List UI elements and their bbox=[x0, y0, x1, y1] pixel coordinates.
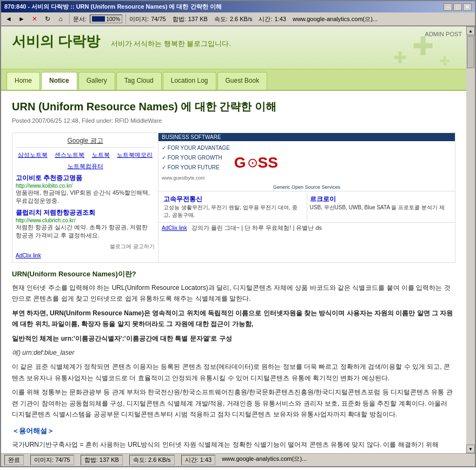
adclix2-link[interactable]: AdClix link bbox=[162, 225, 187, 231]
scroll-thumb[interactable] bbox=[467, 36, 474, 68]
biz-line3: ✓ FOR YOUR FUTURE bbox=[162, 163, 230, 173]
title-bar: 870:840 - 서비의 다락방 :: URN (Uniform Resour… bbox=[1, 1, 475, 12]
nav-item-notice[interactable]: Notice bbox=[41, 72, 77, 90]
section1-p1: 현재 인터넷 주소를 입력해야 하는 URL(Uniform Resource … bbox=[12, 282, 455, 304]
biz-sw-header: BUSINESS SOFTWARE bbox=[158, 133, 455, 141]
window-controls: ─ □ ✕ bbox=[444, 3, 472, 11]
ad-links-row: 삼성노트북 센스노트북 노트북 노트북메모리 노트북컴퓨터 bbox=[16, 151, 155, 170]
progress-text: 100% bbox=[106, 16, 120, 22]
section1-title: URN(Uniform Resource Names)이란? bbox=[12, 268, 455, 280]
merge-label: 합법: bbox=[173, 15, 186, 23]
deco-cross2: ✚ bbox=[393, 48, 407, 67]
status-speed: 속도: 2.6 KB/s bbox=[129, 455, 175, 465]
close-button[interactable]: ✕ bbox=[463, 3, 472, 11]
section1-p2: 부연 하자면, URN(Uniform Resource Name)은 영속적이… bbox=[12, 308, 455, 330]
right-ad2-desc: USB, 무선USB, UWB, Blue SATA 을 프로토콜 분석기 제 bbox=[310, 204, 451, 211]
deco-cross3: ✚ bbox=[439, 54, 450, 69]
gad-item-2: 클럽리치 저렴한항공권조회 http://www.clubrich.co.kr/… bbox=[16, 208, 155, 240]
biz-line1: ✓ FOR YOUR ADVANTAGE bbox=[162, 143, 230, 153]
biz-checks: ✓ FOR YOUR ADVANTAGE ✓ FOR YOUR GROWTH ✓… bbox=[162, 143, 230, 182]
post-title: URN (Uniform Resource Names) 에 대한 간략한 이해 bbox=[12, 100, 455, 114]
gad1-desc: 명품판매, 현금매입, VIP회원 순간식 45%할인해택, 무료감정운영중. bbox=[16, 189, 155, 205]
navigation-bar: Home Notice Gallery Tag Cloud Location L… bbox=[1, 70, 466, 91]
stop-button[interactable]: ✕ bbox=[29, 14, 40, 24]
vertical-scrollbar[interactable]: ▲ ▼ bbox=[466, 27, 475, 453]
scroll-down-button[interactable]: ▼ bbox=[466, 445, 475, 453]
ad-link-samsung[interactable]: 삼성노트북 bbox=[18, 151, 48, 159]
time-value: 1:43 bbox=[275, 16, 286, 22]
speed-value: 2.6 KB/s bbox=[230, 16, 253, 22]
nav-item-tagcloud[interactable]: Tag Cloud bbox=[116, 72, 162, 90]
ad-block-1: Google 광고 삼성노트북 센스노트북 노트북 노트북메모리 노트북컴퓨터 … bbox=[12, 133, 455, 263]
nav-item-home[interactable]: Home bbox=[6, 72, 40, 90]
gad1-title[interactable]: 고이비토 추천증고명품 bbox=[16, 174, 155, 183]
status-time-val: 1:43 bbox=[200, 456, 211, 463]
image-label: 이미지: bbox=[129, 15, 149, 23]
scroll-track[interactable] bbox=[466, 35, 475, 445]
section2-p1: 국가URN기반구축사업 = 흔히 사용하는 URL방식의 인터넷 자원 식별체계… bbox=[12, 439, 455, 453]
right-ad1-desc: 고성능 생활무전기, 무전기 렌탈, 업무용 무전기 대여, 중고, 공동구매. bbox=[163, 204, 304, 219]
right-ad2: 르크로이 USB, 무선USB, UWB, Blue SATA 을 프로토콜 분… bbox=[308, 193, 452, 221]
adclix-link: AdClix link bbox=[16, 251, 155, 259]
home-button[interactable]: ⌂ bbox=[55, 14, 66, 24]
right-ad2-title[interactable]: 르크로이 bbox=[310, 195, 451, 204]
right-ad1: 고속무전통신 고성능 생활무전기, 무전기 렌탈, 업무용 무전기 대여, 중고… bbox=[162, 193, 306, 221]
adclix-text[interactable]: AdClix link bbox=[16, 253, 41, 259]
section1-p3: 일반적인 체계는 urn:'이름공간식별자':'이름공간에 대한 특별 문자열'… bbox=[12, 333, 455, 344]
goss-logo-area: G ⊙ SS bbox=[234, 143, 278, 182]
google-ad-block: Google 광고 삼성노트북 센스노트북 노트북 노트북메모리 노트북컴퓨터 … bbox=[12, 133, 158, 262]
status-merge-label: 합법: bbox=[84, 456, 98, 463]
status-image-label: 이미지: bbox=[34, 456, 54, 463]
goss-url[interactable]: www.guestbyte.com bbox=[162, 174, 230, 182]
gad2-url: http://www.clubrich.co.kr/ bbox=[16, 217, 155, 223]
goss-logo: G bbox=[234, 154, 247, 171]
nav-item-gallery[interactable]: Gallery bbox=[78, 72, 115, 90]
section1-p3-bold: 일반적인 체계는 urn:'이름공간식별자':'이름공간에 대한 특별 문자열'… bbox=[12, 335, 232, 342]
blog-subtitle: 서비가 서식하는 행복한 블로그입니다. bbox=[111, 39, 231, 48]
ad-link-sense[interactable]: 센스노트북 bbox=[55, 151, 84, 159]
status-done: 완료 bbox=[4, 455, 24, 465]
gad2-title[interactable]: 클럽리치 저렴한항공권조회 bbox=[16, 208, 155, 217]
google-ad-title[interactable]: Google 광고 bbox=[16, 136, 155, 148]
status-merge-val: 137 KB bbox=[100, 456, 119, 463]
nav-item-guestbook[interactable]: Guest Book bbox=[217, 72, 268, 90]
document-label: 문서: bbox=[73, 15, 87, 23]
progress-bar: 100% bbox=[90, 15, 122, 23]
status-url: www.google-analytics.com(으)... bbox=[222, 455, 307, 465]
refresh-button[interactable]: ↻ bbox=[42, 14, 53, 24]
section1-p5: 이를 위해 정통부는 문화관광부 등 관계 부처와 한국전산원/한국소프트웨어진… bbox=[12, 387, 455, 420]
minimize-button[interactable]: ─ bbox=[444, 3, 452, 11]
section2-title: ＜용어해설＞ bbox=[12, 425, 455, 437]
progress-fill bbox=[92, 16, 105, 22]
blog-ad-text[interactable]: 블로그에 광고하기 bbox=[110, 243, 155, 249]
page-content-scroll[interactable]: ADMIN POST ✚ ✚ ✚ 서비의 다락방 서비가 서식하는 행복한 블로… bbox=[1, 27, 466, 453]
browser-toolbar: ◄ ► ✕ ↻ ⌂ 문서: 100% 이미지: 74/75 합법: 137 KB… bbox=[1, 12, 475, 26]
ad-link-computer[interactable]: 노트북컴퓨터 bbox=[68, 162, 103, 170]
right-ad-block: BUSINESS SOFTWARE ✓ FOR YOUR ADVANTAGE ✓… bbox=[158, 133, 455, 262]
status-image-val: 74/75 bbox=[55, 456, 70, 463]
post-area: URN (Uniform Resource Names) 에 대한 간략한 이해… bbox=[1, 91, 466, 453]
status-image: 이미지: 74/75 bbox=[30, 455, 74, 465]
section1-example: 예) urn:def:blue_laser bbox=[12, 347, 455, 358]
deco-cross1: ✚ bbox=[412, 31, 434, 61]
ad-link-notebook[interactable]: 노트북 bbox=[92, 151, 110, 159]
maximize-button[interactable]: □ bbox=[453, 3, 462, 11]
goss-circle: ⊙ bbox=[247, 155, 258, 170]
post-body: URN(Uniform Resource Names)이란? 현재 인터넷 주소… bbox=[12, 268, 455, 453]
marquee-content: 강의가 플린 그대~ | 단 하루 무료체험! | 유별난 ds bbox=[191, 224, 322, 231]
right-ad-links-row: 고속무전통신 고성능 생활무전기, 무전기 렌탈, 업무용 무전기 대여, 중고… bbox=[158, 191, 455, 222]
section1-p2-bold: 부연 하자면, URN(Uniform Resource Name)은 영속적이… bbox=[12, 309, 453, 328]
section1-p4: 이 같은 표준 식별체계가 정착되면 콘텐츠 이용자는 등록된 콘텐츠 정보(메… bbox=[12, 361, 455, 383]
ad-link-memory[interactable]: 노트북메모리 bbox=[117, 151, 153, 159]
post-meta: Posted 2007/06/25 12:48, Filed under: RF… bbox=[12, 117, 455, 124]
right-ad1-title[interactable]: 고속무전통신 bbox=[163, 195, 304, 204]
gad2-desc: 저렴한 항공권 실시간 예약. 초특가 항공권, 저렴한 항공권 가격비교 후 … bbox=[16, 223, 155, 240]
nav-item-locationlog[interactable]: Location Log bbox=[163, 72, 216, 90]
biz-line2: ✓ FOR YOUR GROWTH bbox=[162, 153, 230, 163]
blog-ad-link: 블로그에 광고하기 bbox=[16, 243, 155, 250]
back-button[interactable]: ◄ bbox=[3, 14, 14, 24]
forward-button[interactable]: ► bbox=[16, 14, 27, 24]
status-speed-label: 속도: bbox=[133, 456, 147, 463]
scroll-up-button[interactable]: ▲ bbox=[466, 27, 475, 35]
gad1-url: http://www.koibito.co.kr/ bbox=[16, 183, 155, 189]
